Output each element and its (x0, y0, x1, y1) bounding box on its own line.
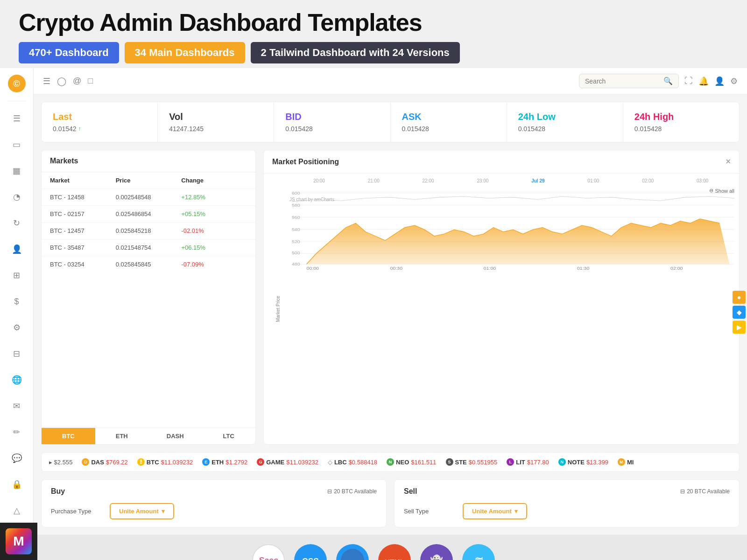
bell-icon[interactable]: 🔔 (698, 76, 709, 86)
chart-body: Market Price 20:0021:0022:0023:00Jul 290… (264, 174, 739, 444)
svg-text:00:30: 00:30 (390, 266, 403, 271)
stat-vol-value: 41247.1245 (169, 125, 262, 133)
show-all-button[interactable]: ⊖Show all (709, 188, 734, 194)
nav-search-icon[interactable]: ◯ (57, 76, 66, 86)
css3-logo[interactable]: CSS (294, 544, 327, 560)
sidebar-icon-apps[interactable]: ⊟ (8, 345, 26, 363)
sidebar-icon-dollar[interactable]: $ (8, 293, 26, 310)
stat-bid-value: 0.015428 (285, 125, 379, 133)
markets-table: Market Price Change BTC - 12458 0.002548… (42, 172, 255, 427)
sidebar-logo[interactable]: © (8, 75, 26, 92)
svg-text:580: 580 (292, 203, 300, 208)
stats-row: Last 0.01542 ↑ Vol 41247.1245 BID 0.0154… (41, 102, 740, 142)
close-icon[interactable]: × (726, 157, 731, 167)
stat-24low: 24h Low 0.015428 (507, 102, 623, 142)
ticker-item-ste: S STE $0.551955 (446, 458, 498, 466)
stat-ask: ASK 0.015428 (391, 102, 507, 142)
svg-text:02:00: 02:00 (670, 266, 683, 271)
ticker-symbol: ▸ $2.555 (49, 459, 72, 466)
buy-available: ⊟ 20 BTC Available (327, 488, 377, 495)
page-title: Crypto Admin Dashboard Templates (19, 8, 728, 36)
nav-at-icon[interactable]: @ (73, 76, 81, 86)
svg-text:560: 560 (292, 215, 300, 220)
game-icon: G (257, 458, 264, 466)
sidebar-icon-clock[interactable]: ◔ (8, 188, 26, 206)
sidebar-icon-settings[interactable]: ⚙ (8, 319, 26, 336)
sidebar-icon-edit[interactable]: ✏ (8, 423, 26, 441)
table-row[interactable]: BTC - 02157 0.025486854 +05.15% (42, 205, 255, 222)
tab-btc[interactable]: BTC (42, 428, 95, 444)
sidebar-icon-chat[interactable]: 💬 (8, 449, 26, 467)
navbar-right: 🔍 ⛶ 🔔 👤 ⚙ (579, 74, 738, 88)
stat-last-value: 0.01542 ↑ (53, 125, 146, 133)
chart-panel: Market Positioning × Market Price 20:002… (263, 150, 740, 445)
sidebar-icon-globe[interactable]: 🌐 (8, 371, 26, 389)
ticker-item-das: D DAS $769.22 (82, 458, 127, 466)
sidebar-icon-monitor[interactable]: ▭ (8, 136, 26, 154)
stat-24low-value: 0.015428 (518, 125, 612, 133)
sidebar-icon-grid[interactable]: ⊞ (8, 266, 26, 284)
tab-ltc[interactable]: LTC (202, 428, 256, 444)
chart-top-labels: 20:0021:0022:0023:00Jul 2901:0002:0003:0… (268, 178, 734, 183)
top-header: Crypto Admin Dashboard Templates 470+ Da… (0, 0, 747, 68)
html5-logo[interactable]: HTML (378, 544, 411, 560)
mi-icon: M (618, 458, 625, 466)
search-input[interactable] (585, 77, 660, 85)
sidebar-icon-chart[interactable]: ▦ (8, 162, 26, 180)
right-icon-blue[interactable]: ◆ (733, 306, 746, 319)
dashboard: © ☰ ▭ ▦ ◔ ↻ 👤 ⊞ $ ⚙ ⊟ 🌐 ✉ ✏ 💬 🔒 △ ☰ ◯ @ … (0, 68, 747, 535)
search-box[interactable]: 🔍 (579, 74, 679, 88)
buy-header: Buy ⊟ 20 BTC Available (51, 487, 377, 496)
multipurpose-logo: M (6, 528, 32, 554)
sass-logo[interactable]: Sass (252, 544, 285, 560)
ticker-item-game: G GAME $11.039232 (257, 458, 318, 466)
chart-y-label: Market Price (275, 296, 281, 322)
table-row[interactable]: BTC - 35487 0.021548754 +06.15% (42, 239, 255, 256)
nav-menu-icon[interactable]: ☰ (43, 76, 50, 86)
table-row[interactable]: BTC - 12457 0.025845218 -02.01% (42, 222, 255, 239)
stat-last-label: Last (53, 112, 146, 122)
navbar: ☰ ◯ @ □ 🔍 ⛶ 🔔 👤 ⚙ (34, 68, 747, 94)
unite-amount-buy-button[interactable]: Unite Amount ▾ (110, 503, 174, 519)
right-icon-orange[interactable]: ● (733, 291, 746, 304)
table-row[interactable]: BTC - 12458 0.002548548 +12.85% (42, 189, 255, 205)
user-icon[interactable]: 👤 (714, 76, 725, 86)
stat-24high: 24h High 0.015428 (623, 102, 739, 142)
bottom-left-logo: M (0, 523, 37, 560)
buy-sell-row: Buy ⊟ 20 BTC Available Purchase Type Uni… (34, 472, 747, 535)
sidebar-icon-lock[interactable]: 🔒 (8, 476, 26, 493)
tab-dash[interactable]: DASH (148, 428, 202, 444)
jquery-logo[interactable]: jQuery (336, 544, 369, 560)
table-row[interactable]: BTC - 03254 0.025845845 -07.09% (42, 256, 255, 273)
svg-text:01:00: 01:00 (484, 266, 496, 271)
tab-eth[interactable]: ETH (95, 428, 149, 444)
sidebar-icon-refresh[interactable]: ↻ (8, 214, 26, 232)
search-icon: 🔍 (663, 77, 673, 85)
ghost-logo[interactable]: 👻 (420, 544, 453, 560)
chart-credits: JS chart by amCharts (289, 197, 334, 202)
right-floating-icons: ● ◆ ▶ (733, 291, 746, 334)
svg-text:480: 480 (292, 262, 300, 266)
right-icon-yellow[interactable]: ▶ (733, 321, 746, 334)
gear-icon[interactable]: ⚙ (730, 76, 738, 86)
nav-clip-icon[interactable]: □ (88, 76, 93, 86)
purchase-type-label: Purchase Type (51, 508, 102, 515)
svg-text:CSS: CSS (302, 557, 319, 560)
svg-text:HTML: HTML (385, 558, 404, 560)
ticker-item-eth: E ETH $1.2792 (202, 458, 247, 466)
svg-marker-14 (307, 219, 730, 264)
svg-text:540: 540 (292, 227, 300, 232)
sidebar-icon-menu[interactable]: ☰ (8, 110, 26, 127)
badge-main: 34 Main Dashboards (125, 42, 245, 63)
tailwind-logo[interactable]: ≋ (462, 544, 495, 560)
svg-text:👻: 👻 (430, 554, 444, 560)
expand-icon[interactable]: ⛶ (684, 76, 693, 86)
table-header: Market Price Change (42, 172, 255, 189)
sidebar-icon-alert[interactable]: △ (8, 502, 26, 519)
arrow-up-icon: ↑ (78, 126, 81, 132)
unite-amount-sell-button[interactable]: Unite Amount ▾ (463, 503, 527, 519)
content-area: Markets Market Price Change BTC - 12458 … (34, 142, 747, 452)
sidebar-icon-mail[interactable]: ✉ (8, 397, 26, 415)
sidebar-icon-user[interactable]: 👤 (8, 240, 26, 258)
ticker-item-btc: ₿ BTC $11.039232 (137, 458, 193, 466)
